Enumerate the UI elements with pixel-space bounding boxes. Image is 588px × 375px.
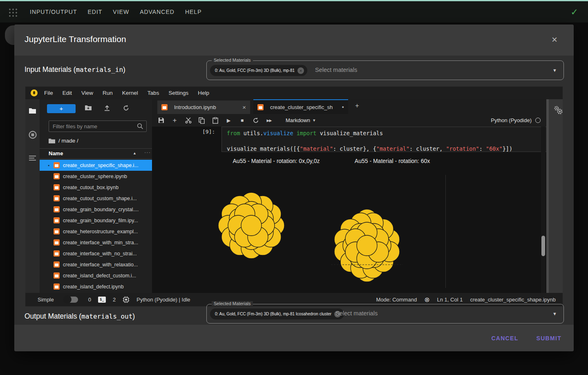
notebook-icon: [54, 184, 60, 190]
settings-gears-icon[interactable]: [553, 105, 563, 116]
file-row[interactable]: ●create_island_defect.ipynb: [40, 281, 152, 292]
topbar-menu-view[interactable]: VIEW: [113, 9, 129, 15]
run-icon[interactable]: ▶: [224, 118, 233, 123]
jupyter-menu-tabs[interactable]: Tabs: [148, 90, 159, 96]
kernel-state-label[interactable]: Python (Pyodide) | Idle: [136, 297, 190, 303]
notebook-toolbar: + ▶ ■ ▶▶: [152, 114, 546, 127]
jupyter-menu-help[interactable]: Help: [198, 90, 209, 96]
chip-delete-icon[interactable]: ×: [297, 67, 304, 74]
notebook-icon: [54, 195, 60, 201]
dropdown-arrow-icon[interactable]: ▼: [552, 68, 557, 73]
scrollbar-thumb[interactable]: [541, 236, 545, 256]
dialog-header: JupyterLite Transformation ×: [14, 25, 574, 56]
topbar-menu-input-output[interactable]: INPUT/OUTPUT: [30, 9, 77, 15]
breadcrumb-path: / made /: [58, 138, 78, 144]
input-select-legend: Selected Materials: [212, 58, 253, 62]
jupyter-menu-run[interactable]: Run: [103, 90, 113, 96]
tab-label: create_cluster_specific_sh: [270, 104, 339, 110]
code-cell-editor[interactable]: from utils.visualize import visualize_ma…: [221, 127, 563, 152]
topbar-menu-advanced[interactable]: ADVANCED: [140, 9, 174, 15]
file-row[interactable]: ●create_cutout_custom_shape.i...: [40, 193, 152, 204]
new-folder-icon[interactable]: [85, 105, 92, 111]
scrollbar-track: [541, 127, 546, 293]
running-kernels-tab-icon[interactable]: [29, 131, 37, 139]
cut-icon[interactable]: [184, 117, 192, 123]
cell-type-select[interactable]: Markdown ▾: [286, 117, 315, 123]
open-file-dot-icon: ●: [48, 164, 54, 167]
save-icon[interactable]: [157, 117, 165, 123]
refresh-icon[interactable]: [123, 105, 130, 112]
statusbar-right: Mode: Command ⊗ Ln 1, Col 1 create_clust…: [376, 296, 556, 304]
header-more-icon[interactable]: ···: [144, 149, 151, 155]
file-list-header[interactable]: Name ▲ ···: [40, 148, 152, 159]
code-line: visualize_materials([{"material": cluste…: [227, 145, 561, 152]
file-row[interactable]: ●create_grain_boundary_film.ipy...: [40, 215, 152, 226]
notebook-icon: [161, 104, 168, 110]
output-materials-select[interactable]: Selected Materials 0: Au, Gold, FCC (Fm-…: [206, 304, 564, 324]
table-of-contents-tab-icon[interactable]: [29, 155, 36, 162]
trust-shield-icon[interactable]: ⊗: [424, 296, 429, 304]
jupyter-menu-edit[interactable]: Edit: [63, 90, 72, 96]
file-browser-tab-icon[interactable]: [29, 107, 36, 114]
chevron-down-icon: ▾: [313, 118, 315, 123]
tab-label: Introduction.ipynb: [174, 104, 239, 110]
jupyter-menu-settings[interactable]: Settings: [168, 90, 188, 96]
simple-mode-label: Simple: [38, 297, 54, 303]
input-materials-select[interactable]: Selected Materials 0: Au, Gold, FCC (Fm-…: [206, 60, 564, 80]
cursor-position-label[interactable]: Ln 1, Col 1: [437, 297, 463, 303]
page: INPUT/OUTPUTEDITVIEWADVANCEDHELP ✓ Jupyt…: [0, 0, 588, 375]
output-select-placeholder: Select materials: [335, 310, 378, 317]
input-chip-label: 0: Au, Gold, FCC (Fm-3m) 3D (Bulk), mp-8…: [215, 68, 295, 73]
upload-icon[interactable]: [104, 105, 110, 111]
filter-files-input[interactable]: [49, 121, 147, 132]
new-launcher-button[interactable]: +: [47, 104, 76, 113]
file-row[interactable]: ●create_cutout_box.ipynb: [40, 182, 152, 193]
jupyter-menu-view[interactable]: View: [81, 90, 93, 96]
cancel-button[interactable]: CANCEL: [491, 335, 518, 342]
file-row[interactable]: ●create_island_defect_custom.i...: [40, 270, 152, 281]
jupyter-menu-file[interactable]: File: [44, 90, 53, 96]
file-row[interactable]: ●create_interface_with_min_stra...: [40, 237, 152, 248]
paste-icon[interactable]: [211, 117, 219, 124]
tab-close-icon[interactable]: ×: [242, 104, 246, 111]
file-name: create_interface_with_min_stra...: [63, 240, 138, 246]
toggle-knob: [63, 295, 72, 304]
input-select-placeholder: Select materials: [315, 67, 357, 73]
file-row[interactable]: ●create_cluster_specific_shape.i...: [40, 160, 152, 171]
file-name: create_island_defect_custom.i...: [63, 273, 136, 279]
submit-button[interactable]: SUBMIT: [537, 335, 561, 342]
breadcrumb[interactable]: / made /: [49, 138, 78, 144]
file-row[interactable]: ●create_interface_with_relaxatio...: [40, 259, 152, 270]
name-column-header[interactable]: Name: [49, 150, 63, 156]
notebook-content[interactable]: [9]: from utils.visualize import visuali…: [152, 127, 546, 293]
file-name: create_grain_boundary_crystal....: [63, 207, 139, 212]
add-cell-icon[interactable]: +: [170, 116, 179, 125]
file-row[interactable]: ●create_interface_with_no_strai...: [40, 248, 152, 259]
input-label-prefix: Input Materials (: [25, 65, 76, 74]
atom-cluster-1: [331, 209, 403, 282]
restart-kernel-icon[interactable]: [251, 117, 260, 124]
jupyter-menu-kernel[interactable]: Kernel: [122, 90, 138, 96]
app-logo-dots-icon[interactable]: [8, 8, 18, 18]
topbar-menu-help[interactable]: HELP: [185, 9, 202, 15]
kernel-indicator[interactable]: Python (Pyodide): [491, 117, 541, 123]
notebook-icon: [54, 173, 60, 179]
copy-icon[interactable]: [197, 117, 206, 124]
file-row[interactable]: ●create_cluster_sphere.ipynb: [40, 171, 152, 182]
stop-icon[interactable]: ■: [238, 118, 246, 123]
notebook-icon: [54, 228, 60, 234]
notebook-icon: [54, 283, 60, 290]
sort-asc-icon[interactable]: ▲: [133, 151, 136, 155]
tab-create-cluster-specific-shape[interactable]: create_cluster_specific_sh ●: [253, 99, 348, 114]
file-row[interactable]: ●create_heterostructure_exampl...: [40, 226, 152, 237]
confirm-check-icon[interactable]: ✓: [571, 7, 578, 18]
file-row[interactable]: ●create_grain_boundary_crystal....: [40, 204, 152, 215]
terminal-icon: $_: [98, 297, 106, 303]
new-tab-button[interactable]: +: [352, 102, 362, 111]
close-icon[interactable]: ×: [549, 34, 560, 46]
topbar-menu-edit[interactable]: EDIT: [87, 9, 102, 15]
tab-introduction[interactable]: Introduction.ipynb ×: [157, 100, 250, 114]
simple-mode-toggle[interactable]: [64, 297, 78, 303]
restart-run-all-icon[interactable]: ▶▶: [265, 118, 273, 123]
dropdown-arrow-icon[interactable]: ▼: [552, 311, 557, 316]
